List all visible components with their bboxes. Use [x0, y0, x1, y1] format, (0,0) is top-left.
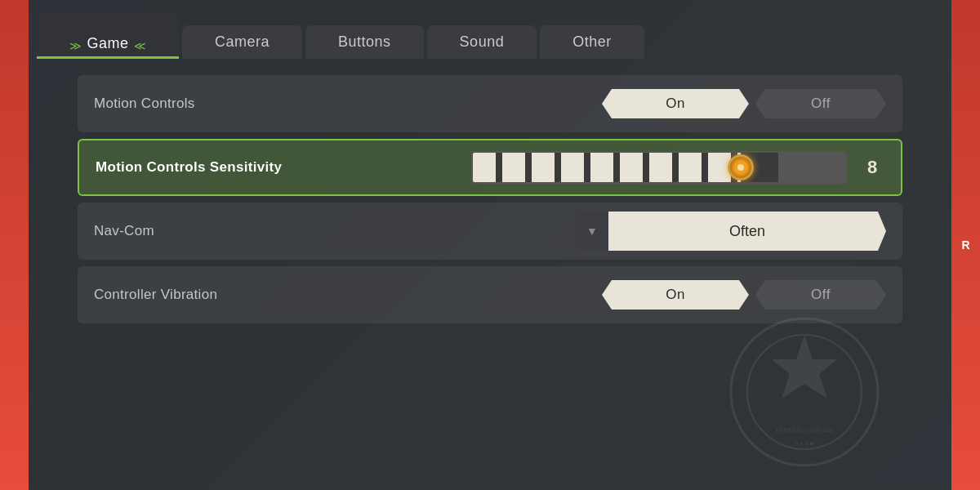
tabs-container: ≫ Game ≪ Camera Buttons Sound Other	[29, 0, 951, 59]
tab-sound-label: Sound	[460, 33, 505, 50]
tab-game-label: Game	[87, 35, 129, 52]
controller-vibration-toggle: On Off	[602, 280, 886, 310]
motion-controls-control: On Off	[372, 89, 886, 118]
nav-com-dropdown: ▼ Often	[576, 212, 886, 251]
left-banner	[0, 0, 29, 490]
motion-sensitivity-row: Motion Controls Sensitivity 8	[78, 139, 902, 196]
slider-fill-white	[473, 153, 741, 182]
motion-controls-toggle: On Off	[602, 89, 886, 118]
motion-controls-label: Motion Controls	[94, 96, 372, 112]
motion-controls-row: Motion Controls On Off	[78, 75, 902, 132]
controller-vibration-on-button[interactable]: On	[602, 280, 749, 310]
tab-camera[interactable]: Camera	[182, 25, 302, 59]
motion-controls-off-button[interactable]: Off	[755, 89, 886, 118]
tab-arrow-left: ≫	[69, 39, 82, 52]
slider-container: 8	[373, 151, 884, 184]
watermark: FARMING GOD 040 ✎ ▸ ▲ ▶	[723, 310, 886, 474]
motion-controls-on-button[interactable]: On	[602, 89, 749, 118]
dropdown-arrow-icon[interactable]: ▼	[576, 212, 608, 251]
right-banner: R	[951, 0, 980, 490]
slider-track[interactable]	[471, 151, 847, 184]
nav-com-label: Nav-Com	[94, 223, 372, 239]
svg-text:✎ ▸ ▲ ▶: ✎ ▸ ▲ ▶	[795, 441, 813, 446]
motion-sensitivity-control: 8	[373, 151, 884, 184]
tab-game[interactable]: ≫ Game ≪	[37, 13, 179, 59]
tab-buttons[interactable]: Buttons	[305, 25, 424, 59]
slider-fill-gray	[778, 153, 845, 182]
tab-other[interactable]: Other	[540, 25, 644, 59]
tab-other-label: Other	[572, 33, 612, 50]
tab-arrow-right: ≪	[134, 39, 147, 52]
svg-text:FARMING GOD 040: FARMING GOD 040	[776, 427, 833, 434]
slider-value: 8	[860, 157, 884, 178]
controller-vibration-label: Controller Vibration	[94, 287, 372, 303]
motion-sensitivity-label: Motion Controls Sensitivity	[96, 159, 373, 176]
tab-sound[interactable]: Sound	[427, 25, 537, 59]
nav-com-control: ▼ Often	[372, 212, 886, 251]
controller-vibration-off-button[interactable]: Off	[755, 280, 886, 310]
tab-buttons-label: Buttons	[338, 33, 391, 50]
controller-vibration-control: On Off	[372, 280, 886, 310]
nav-com-value[interactable]: Often	[608, 212, 886, 251]
right-banner-text: R	[961, 238, 969, 252]
tab-camera-label: Camera	[215, 33, 270, 50]
nav-com-row: Nav-Com ▼ Often	[78, 203, 902, 260]
slider-thumb[interactable]	[728, 154, 754, 180]
main-panel: ≫ Game ≪ Camera Buttons Sound Other Moti…	[29, 0, 951, 490]
